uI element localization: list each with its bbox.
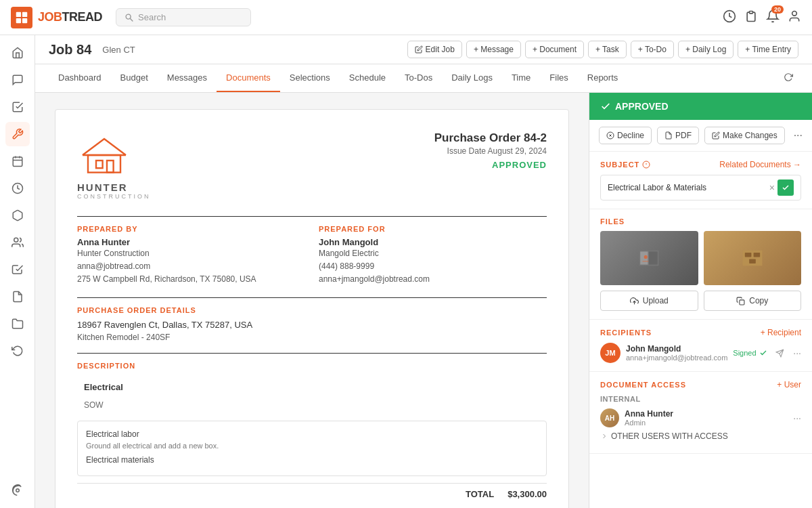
sidebar-item-tasks[interactable] — [5, 95, 30, 119]
subject-clear-icon[interactable]: × — [769, 182, 775, 193]
recipient-more-icon[interactable]: ··· — [793, 347, 801, 358]
description-table: Electrical SOW — [77, 378, 547, 414]
svg-rect-3 — [22, 18, 27, 22]
svg-rect-7 — [13, 157, 22, 167]
sidebar-item-clock[interactable] — [5, 176, 30, 200]
sidebar-item-box[interactable] — [5, 203, 30, 228]
clock-icon[interactable] — [723, 9, 736, 25]
x-icon — [606, 131, 614, 140]
add-recipient-button[interactable]: + Recipient — [761, 328, 801, 337]
tab-time[interactable]: Time — [502, 64, 540, 92]
tab-documents[interactable]: Documents — [217, 64, 280, 92]
subject-confirm-button[interactable] — [777, 179, 794, 196]
check-icon — [782, 184, 790, 192]
access-user-row: AH Anna Hunter Admin ··· — [600, 408, 801, 427]
add-user-button[interactable]: + User — [777, 380, 801, 389]
more-options-icon[interactable]: ··· — [794, 129, 803, 142]
item-name: Electrical — [77, 378, 547, 396]
prepared-by-section: PREPARED BY Anna Hunter Hunter Construct… — [77, 225, 305, 287]
divider-desc — [77, 353, 547, 354]
task-button[interactable]: + Task — [588, 41, 627, 58]
send-icon[interactable] — [775, 349, 784, 358]
prepared-for-name: John Mangold — [319, 237, 547, 247]
sidebar-item-tools[interactable] — [5, 122, 30, 146]
notifications-icon[interactable]: 20 — [766, 9, 780, 25]
sidebar-item-home[interactable] — [5, 41, 30, 65]
tab-reports[interactable]: Reports — [578, 64, 628, 92]
sidebar-item-receipt[interactable] — [5, 257, 30, 282]
other-users-section[interactable]: OTHER USERS WITH ACCESS — [600, 427, 801, 445]
time-entry-button[interactable]: + Time Entry — [738, 41, 798, 58]
sidebar-item-file[interactable] — [5, 284, 30, 309]
subject-label: SUBJECT — [600, 161, 650, 169]
refresh-icon[interactable] — [778, 67, 798, 89]
sidebar-item-settings[interactable] — [5, 478, 30, 503]
recipient-avatar: JM — [600, 343, 621, 363]
table-row-sub: SOW — [77, 396, 547, 414]
upload-button[interactable]: Upload — [600, 291, 698, 311]
user-icon[interactable] — [788, 9, 801, 25]
file-thumbnail-2[interactable] — [704, 231, 802, 285]
divider-mid — [77, 297, 547, 298]
access-header: DOCUMENT ACCESS + User — [600, 380, 801, 389]
tab-todos[interactable]: To-Dos — [395, 64, 442, 92]
po-header: HUNTER CONSTRUCTION Purchase Order 84-2 … — [77, 131, 547, 200]
related-docs-link[interactable]: Related Documents → — [719, 160, 801, 169]
search-bar[interactable]: Search — [116, 8, 251, 26]
notification-badge: 20 — [771, 5, 784, 14]
layout: Job 84 Glen CT Edit Job + Message + Docu… — [0, 0, 812, 508]
tab-schedule[interactable]: Schedule — [340, 64, 395, 92]
upload-icon — [630, 297, 639, 305]
prepared-by-label: PREPARED BY — [77, 225, 305, 233]
access-user-info: Anna Hunter Admin — [625, 409, 788, 427]
sidebar-item-calendar[interactable] — [5, 149, 30, 173]
description-label: DESCRIPTION — [77, 362, 547, 370]
sidebar-item-people[interactable] — [5, 230, 30, 255]
clipboard-icon[interactable] — [744, 9, 758, 25]
copy-button[interactable]: Copy — [704, 291, 802, 311]
document-view: HUNTER CONSTRUCTION Purchase Order 84-2 … — [35, 93, 589, 508]
file-thumbnail-1[interactable] — [600, 231, 698, 285]
make-changes-button[interactable]: Make Changes — [704, 127, 785, 144]
prepared-for-company: Mangold Electric — [319, 247, 547, 260]
content-area: HUNTER CONSTRUCTION Purchase Order 84-2 … — [35, 93, 812, 508]
message-button[interactable]: + Message — [466, 41, 521, 58]
po-project: Kitchen Remodel - 240SF — [77, 333, 547, 342]
sidebar-item-messages[interactable] — [5, 68, 30, 92]
recipients-header: RECIPIENTS + Recipient — [600, 328, 801, 337]
recipient-status: Signed — [733, 349, 767, 357]
logo-icon — [11, 7, 32, 28]
tab-daily-logs[interactable]: Daily Logs — [442, 64, 502, 92]
tab-files[interactable]: Files — [540, 64, 577, 92]
prepared-by-company: Hunter Construction — [77, 247, 305, 260]
tab-selections[interactable]: Selections — [280, 64, 340, 92]
svg-rect-16 — [107, 161, 114, 173]
recipient-info: John Mangold anna+jmangold@jobtread.com — [626, 344, 727, 362]
prepared-by-address: 275 W Campbell Rd, Richardson, TX 75080,… — [77, 273, 305, 286]
tab-messages[interactable]: Messages — [158, 64, 217, 92]
job-address: Glen CT — [102, 45, 135, 55]
job-title: Job 84 — [49, 42, 91, 58]
total-row: TOTAL $3,300.00 — [77, 483, 547, 499]
decline-button[interactable]: Decline — [599, 127, 652, 144]
svg-point-12 — [14, 238, 18, 242]
sidebar-item-folder[interactable] — [5, 312, 30, 336]
files-grid — [600, 231, 801, 285]
doc-access-label: DOCUMENT ACCESS — [600, 381, 686, 389]
edit-job-button[interactable]: Edit Job — [407, 41, 462, 58]
daily-log-button[interactable]: + Daily Log — [678, 41, 734, 58]
document-button[interactable]: + Document — [525, 41, 584, 58]
copy-icon — [736, 297, 745, 305]
pdf-button[interactable]: PDF — [657, 127, 699, 144]
access-more-icon[interactable]: ··· — [793, 412, 801, 423]
make-changes-label: Make Changes — [723, 131, 777, 140]
files-actions: Upload Copy — [600, 291, 801, 311]
tab-dashboard[interactable]: Dashboard — [49, 64, 111, 92]
access-user-name: Anna Hunter — [625, 409, 788, 419]
tabs-bar: Dashboard Budget Messages Documents Sele… — [35, 64, 812, 93]
company-sub: CONSTRUCTION — [77, 193, 151, 200]
tab-budget[interactable]: Budget — [111, 64, 158, 92]
todo-button[interactable]: + To-Do — [631, 41, 674, 58]
task-label: + Task — [595, 45, 619, 54]
sidebar-item-history[interactable] — [5, 339, 30, 363]
